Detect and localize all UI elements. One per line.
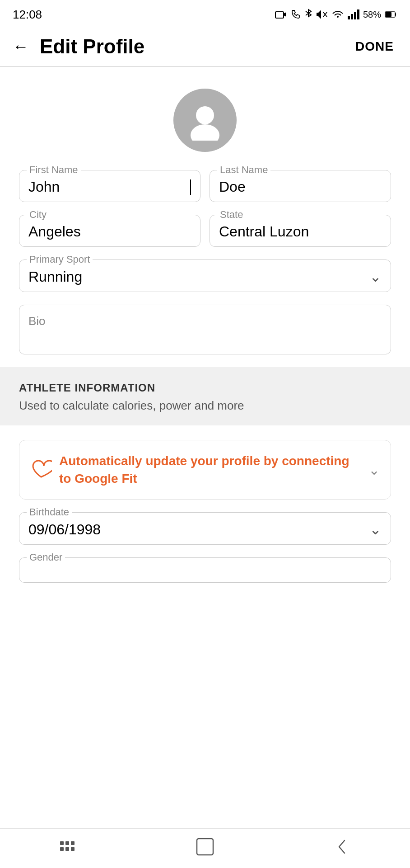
svg-rect-17 — [71, 841, 75, 845]
bluetooth-icon — [304, 9, 312, 20]
nav-back-icon — [335, 837, 349, 860]
svg-rect-15 — [60, 847, 64, 851]
svg-marker-2 — [317, 10, 321, 19]
done-button[interactable]: DONE — [355, 39, 394, 54]
heart-icon — [30, 458, 52, 481]
primary-sport-value: Running ⌄ — [28, 264, 382, 285]
state-field[interactable]: State Central Luzon — [210, 215, 391, 247]
birthdate-dropdown-icon[interactable]: ⌄ — [369, 521, 382, 538]
svg-rect-14 — [65, 841, 69, 845]
svg-rect-10 — [386, 12, 391, 17]
first-name-label: First Name — [27, 164, 81, 176]
sport-dropdown-icon[interactable]: ⌄ — [369, 268, 382, 285]
first-name-field[interactable]: First Name John — [19, 170, 200, 202]
bio-row: Bio — [0, 305, 410, 354]
svg-rect-8 — [357, 9, 359, 19]
birthdate-field[interactable]: Birthdate 09/06/1998 ⌄ — [19, 512, 391, 545]
signal-icon — [348, 9, 359, 19]
city-value: Angeles — [28, 220, 191, 240]
birthdate-row: Birthdate 09/06/1998 ⌄ — [0, 512, 410, 545]
svg-rect-0 — [275, 12, 284, 18]
status-bar: 12:08 — [0, 0, 410, 27]
state-value: Central Luzon — [219, 220, 382, 240]
svg-point-12 — [191, 124, 219, 141]
avatar[interactable] — [173, 89, 237, 152]
nav-home-button[interactable] — [187, 835, 223, 862]
birthdate-label: Birthdate — [27, 506, 72, 518]
city-state-row: City Angeles State Central Luzon — [0, 215, 410, 247]
gender-row: Gender — [0, 557, 410, 583]
birthdate-value: 09/06/1998 ⌄ — [28, 517, 382, 538]
svg-rect-6 — [351, 14, 353, 19]
header: ← Edit Profile DONE — [0, 27, 410, 66]
bio-label: Bio — [28, 314, 46, 328]
camera-icon — [275, 9, 287, 19]
bottom-nav — [0, 828, 410, 868]
nav-back-button[interactable] — [324, 835, 360, 862]
avatar-icon — [185, 100, 225, 141]
name-row: First Name John Last Name Doe — [0, 170, 410, 202]
svg-rect-7 — [354, 12, 356, 19]
menu-icon — [58, 839, 78, 859]
svg-rect-5 — [348, 16, 350, 19]
primary-sport-label: Primary Sport — [27, 254, 93, 265]
athlete-info-section: ATHLETE INFORMATION Used to calculate ca… — [0, 367, 410, 425]
primary-sport-row: Primary Sport Running ⌄ — [0, 259, 410, 292]
city-field[interactable]: City Angeles — [19, 215, 200, 247]
first-name-value: John — [28, 175, 191, 195]
last-name-value: Doe — [219, 175, 382, 195]
athlete-info-title: ATHLETE INFORMATION — [19, 382, 391, 394]
gender-label: Gender — [27, 552, 65, 563]
battery-indicator: 58% — [363, 9, 381, 20]
google-fit-chevron-icon: ⌄ — [368, 462, 380, 478]
svg-rect-16 — [65, 847, 69, 851]
wifi-icon — [331, 9, 344, 19]
state-label: State — [217, 209, 246, 221]
primary-sport-field[interactable]: Primary Sport Running ⌄ — [19, 259, 391, 292]
mute-icon — [316, 9, 328, 19]
back-button[interactable]: ← — [13, 38, 29, 55]
svg-rect-19 — [197, 839, 213, 855]
battery-icon — [385, 10, 397, 19]
svg-rect-13 — [60, 841, 64, 845]
cursor — [190, 179, 191, 195]
content-area: First Name John Last Name Doe City Angel… — [0, 67, 410, 583]
page-title: Edit Profile — [40, 35, 355, 58]
gender-field[interactable]: Gender — [19, 557, 391, 583]
svg-rect-18 — [71, 847, 75, 851]
status-time: 12:08 — [13, 8, 42, 22]
home-circle-icon — [195, 837, 215, 860]
avatar-section[interactable] — [0, 67, 410, 170]
phone-icon — [291, 9, 301, 19]
bio-field[interactable]: Bio — [19, 305, 391, 354]
city-label: City — [27, 209, 49, 221]
svg-point-11 — [196, 106, 214, 124]
last-name-label: Last Name — [217, 164, 270, 176]
status-icons: 58% — [275, 9, 397, 20]
google-fit-text: Automatically update your profile by con… — [59, 452, 361, 487]
nav-menu-button[interactable] — [50, 835, 86, 862]
athlete-info-subtitle: Used to calculate calories, power and mo… — [19, 399, 391, 413]
last-name-field[interactable]: Last Name Doe — [210, 170, 391, 202]
google-fit-banner[interactable]: Automatically update your profile by con… — [19, 440, 391, 500]
